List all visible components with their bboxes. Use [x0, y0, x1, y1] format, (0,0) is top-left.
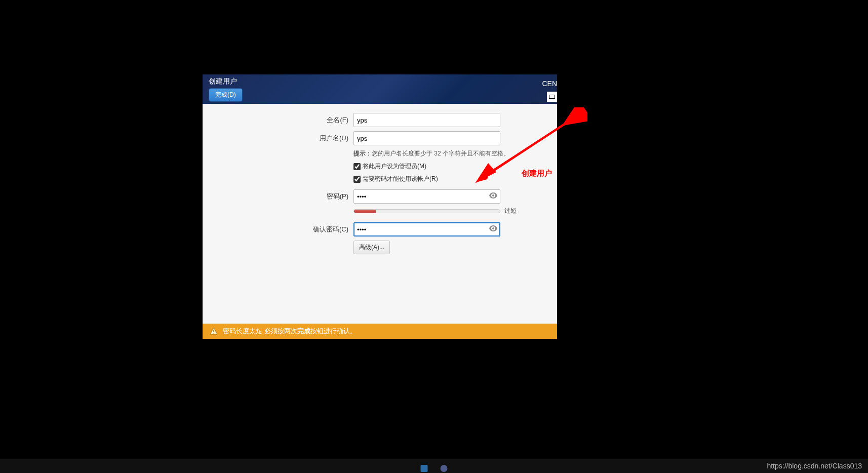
- header-bar: 创建用户 完成(D) CEN: [203, 74, 557, 104]
- warning-bar: 密码长度太短 必须按两次完成按钮进行确认。: [203, 324, 557, 339]
- username-hint: 提示：您的用户名长度要少于 32 个字符并且不能有空格。: [353, 149, 509, 158]
- reveal-confirm-password-icon[interactable]: [489, 225, 497, 233]
- watermark: https://blog.csdn.net/Class013: [767, 462, 862, 470]
- fullname-input[interactable]: [353, 113, 500, 127]
- done-button[interactable]: 完成(D): [209, 88, 243, 102]
- confirm-password-label: 确认密码(C): [208, 225, 353, 234]
- warning-icon: [210, 327, 218, 335]
- password-label: 密码(P): [208, 192, 353, 201]
- admin-checkbox[interactable]: [353, 163, 361, 170]
- annotation-label: 创建用户: [522, 169, 552, 178]
- taskbar-icon[interactable]: [441, 465, 448, 472]
- fullname-label: 全名(F): [208, 115, 353, 125]
- password-strength-label: 过短: [504, 207, 517, 215]
- advanced-button[interactable]: 高级(A)...: [353, 241, 390, 254]
- svg-rect-5: [553, 96, 554, 96]
- password-strength-bar: [353, 209, 500, 213]
- brand-label: CEN: [542, 80, 557, 88]
- password-input[interactable]: [353, 189, 500, 204]
- keyboard-icon: [549, 95, 555, 99]
- svg-rect-2: [550, 96, 550, 96]
- svg-rect-6: [550, 97, 554, 97]
- admin-checkbox-label[interactable]: 将此用户设为管理员(M): [353, 162, 500, 171]
- svg-rect-4: [552, 96, 553, 96]
- reveal-password-icon[interactable]: [489, 192, 497, 200]
- form-area: 全名(F) 用户名(U) 提示：您的用户名长度要少于 32 个字符并且不能有空格…: [203, 104, 557, 263]
- confirm-password-input[interactable]: [353, 222, 500, 237]
- svg-rect-7: [213, 330, 214, 332]
- keyboard-layout-badge[interactable]: [547, 92, 557, 102]
- svg-rect-8: [213, 333, 214, 334]
- taskbar-icon[interactable]: [421, 465, 428, 472]
- page-title: 创建用户: [209, 77, 551, 86]
- username-label: 用户名(U): [208, 134, 353, 143]
- require-password-checkbox-label[interactable]: 需要密码才能使用该帐户(R): [353, 175, 500, 183]
- svg-rect-3: [551, 96, 551, 96]
- require-password-checkbox[interactable]: [353, 176, 361, 183]
- taskbar: [0, 459, 868, 473]
- warning-text: 密码长度太短 必须按两次完成按钮进行确认。: [223, 327, 357, 336]
- installer-window: 创建用户 完成(D) CEN 全名(F) 用户名(U) 提示：您的用户名长度要少…: [203, 74, 557, 339]
- username-input[interactable]: [353, 131, 500, 145]
